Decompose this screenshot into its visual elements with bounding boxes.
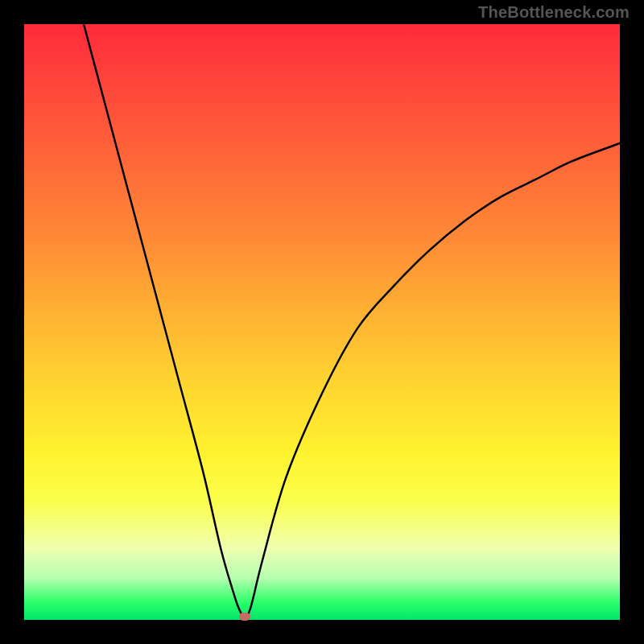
bottleneck-curve — [84, 24, 620, 617]
attribution-text: TheBottleneck.com — [478, 3, 630, 22]
optimal-point-marker — [239, 613, 250, 621]
curve-svg — [24, 24, 620, 620]
plot-area — [24, 24, 620, 620]
chart-container: TheBottleneck.com — [0, 0, 644, 644]
